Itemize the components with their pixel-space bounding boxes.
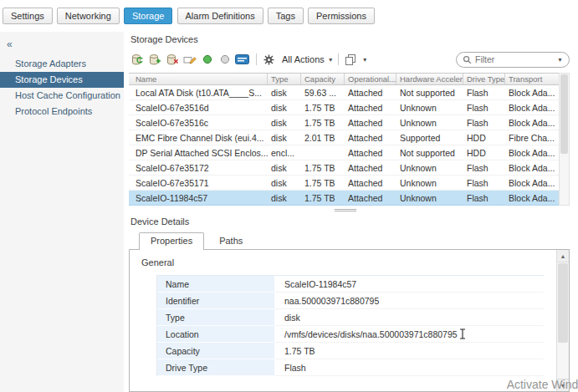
property-row: Location /vmfs/devices/disks/naa.5000039…	[157, 326, 544, 343]
cell-type: encl...	[268, 145, 301, 160]
panel-splitter[interactable]	[129, 206, 578, 216]
table-row[interactable]: ScaleIO-67e35172 disk 1.75 TB Attached U…	[129, 160, 559, 176]
tab-settings[interactable]: Settings	[3, 8, 53, 24]
cell-name: ScaleIO-67e3516c	[129, 115, 268, 130]
cell-capacity: 1.75 TB	[301, 191, 345, 205]
all-actions-menu[interactable]: All Actions ▼	[261, 53, 334, 67]
filter-box: ▼	[456, 52, 570, 68]
tab-alarm-definitions[interactable]: Alarm Definitions	[177, 8, 263, 24]
table-row[interactable]: Local ATA Disk (t10.ATA____S... disk 59.…	[129, 85, 559, 100]
copy-icon	[343, 53, 359, 67]
activate-windows-watermark: Activate Windo	[507, 378, 578, 391]
tab-networking[interactable]: Networking	[57, 8, 120, 24]
table-row-selected[interactable]: ScaleIO-11984c57 disk 1.75 TB Attached U…	[129, 191, 559, 206]
cell-transport: Block Ada...	[505, 191, 559, 205]
refresh-storage-icon[interactable]	[129, 53, 145, 67]
general-section-heading: General	[141, 257, 544, 267]
cell-name: DP Serial Attached SCSI Enclos...	[129, 145, 268, 160]
cell-operational: Attached	[345, 130, 396, 145]
cell-type: disk	[268, 100, 301, 115]
top-tab-bar: Settings Networking Storage Alarm Defini…	[0, 0, 578, 32]
sidebar-item-storage-adapters[interactable]: Storage Adapters	[0, 56, 124, 72]
tab-storage[interactable]: Storage	[124, 8, 173, 24]
property-label: Name	[157, 276, 274, 293]
collapse-sidebar-icon[interactable]: «	[0, 36, 124, 56]
storage-devices-title: Storage Devices	[130, 34, 578, 44]
tab-paths[interactable]: Paths	[207, 232, 254, 250]
chevron-down-icon: ▼	[362, 57, 368, 63]
cell-drive-type: Flash	[463, 176, 505, 190]
table-row[interactable]: ScaleIO-67e3516d disk 1.75 TB Attached U…	[129, 100, 559, 115]
cell-operational: Attached	[345, 160, 396, 175]
scroll-up-icon[interactable]: ▲	[557, 250, 569, 262]
tab-tags[interactable]: Tags	[268, 8, 304, 24]
sidebar-item-host-cache-configuration[interactable]: Host Cache Configuration	[0, 88, 124, 104]
filter-input[interactable]	[475, 54, 555, 64]
cell-transport: Block Ada...	[505, 115, 559, 130]
copy-menu[interactable]: ▼	[343, 53, 368, 67]
property-label: Identifier	[157, 293, 274, 309]
column-header-transport[interactable]: Transport	[505, 74, 559, 84]
cell-type: disk	[268, 130, 301, 145]
cell-drive-type: Flash	[463, 191, 505, 205]
table-row[interactable]: ScaleIO-67e3516c disk 1.75 TB Attached U…	[129, 115, 559, 130]
sidebar-item-storage-devices[interactable]: Storage Devices	[0, 72, 124, 88]
device-details-panel: General Name ScaleIO-11984c57 Identifier…	[129, 249, 570, 392]
erase-partitions-icon[interactable]	[234, 53, 250, 67]
cell-transport: Block Ada...	[505, 145, 559, 160]
column-header-name[interactable]: Name	[129, 74, 268, 84]
table-row[interactable]: EMC Fibre Channel Disk (eui.4... disk 2.…	[129, 130, 559, 145]
column-header-type[interactable]: Type	[268, 74, 301, 84]
sidebar-item-protocol-endpoints[interactable]: Protocol Endpoints	[0, 104, 124, 120]
cell-hardware-acceleration: Not supported	[396, 85, 463, 99]
tab-properties[interactable]: Properties	[139, 232, 204, 250]
table-header-row: Name Type Capacity Operational... Hardwa…	[129, 73, 559, 85]
table-row[interactable]: DP Serial Attached SCSI Enclos... encl..…	[129, 145, 559, 160]
device-details-tabs: Properties Paths	[129, 232, 578, 250]
cell-name: ScaleIO-67e3516d	[129, 100, 268, 115]
cell-transport: Fibre Cha...	[505, 130, 559, 145]
cell-hardware-acceleration: Not supported	[396, 145, 463, 160]
property-value: Flash	[274, 359, 544, 376]
column-header-operational[interactable]: Operational...	[345, 74, 396, 84]
cell-operational: Attached	[345, 85, 396, 99]
scrollbar-thumb[interactable]	[558, 263, 568, 343]
properties-grid: Name ScaleIO-11984c57 Identifier naa.500…	[156, 275, 544, 376]
scrollbar-thumb[interactable]	[560, 74, 568, 154]
main-panel: Storage Devices	[124, 32, 578, 392]
splitter-grip-icon[interactable]	[335, 209, 356, 210]
property-value: disk	[274, 309, 544, 326]
attach-device-icon[interactable]	[146, 53, 162, 67]
rename-device-icon[interactable]	[182, 53, 197, 67]
cell-transport: Block Ada...	[505, 100, 559, 115]
cell-capacity: 59.63 ...	[301, 85, 345, 99]
property-value: 1.75 TB	[274, 343, 544, 359]
column-header-capacity[interactable]: Capacity	[301, 74, 345, 84]
property-row: Name ScaleIO-11984c57	[157, 276, 544, 293]
property-value: naa.500003971c880795	[274, 293, 544, 309]
turn-on-led-icon[interactable]	[199, 53, 215, 67]
table-row[interactable]: ScaleIO-67e35171 disk 1.75 TB Attached U…	[129, 176, 559, 191]
storage-devices-toolbar: All Actions ▼ ▼	[129, 50, 578, 69]
turn-off-led-icon[interactable]	[217, 53, 233, 67]
cell-drive-type: Flash	[463, 100, 505, 115]
cell-hardware-acceleration: Supported	[396, 130, 463, 145]
table-vertical-scrollbar[interactable]	[559, 73, 570, 206]
cell-type: disk	[268, 191, 301, 205]
column-header-hardware-acceleration[interactable]: Hardware Acceler...	[396, 74, 463, 84]
tab-permissions[interactable]: Permissions	[308, 8, 375, 24]
detach-device-icon[interactable]	[164, 53, 180, 67]
search-icon	[463, 55, 472, 64]
cell-operational: Attached	[345, 176, 396, 190]
cell-name: ScaleIO-11984c57	[129, 191, 268, 205]
cell-hardware-acceleration: Unknown	[396, 176, 463, 190]
cell-name: ScaleIO-67e35171	[129, 176, 268, 190]
toolbar-separator	[256, 53, 257, 65]
cell-hardware-acceleration: Unknown	[396, 160, 463, 175]
details-vertical-scrollbar[interactable]: ▲ ▼	[556, 250, 569, 391]
cell-transport: Block Ada...	[505, 176, 559, 190]
all-actions-label: All Actions	[282, 54, 325, 64]
cell-transport: Block Ada...	[505, 160, 559, 175]
column-header-drive-type[interactable]: Drive Type	[463, 74, 505, 84]
filter-dropdown-icon[interactable]: ▼	[557, 57, 563, 63]
